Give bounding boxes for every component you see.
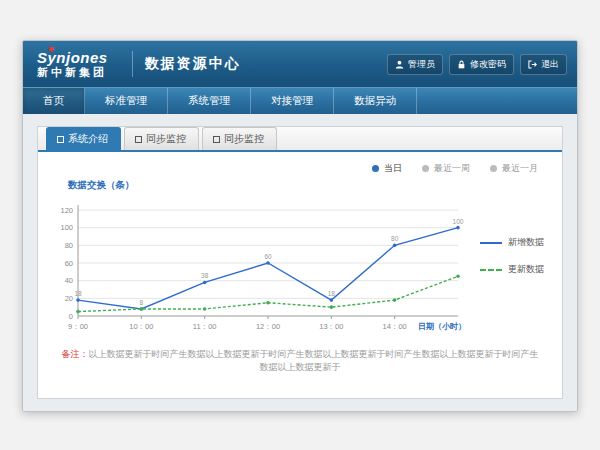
filter-last-month[interactable]: 最近一月 <box>490 162 538 175</box>
main-nav: 首页 标准管理 系统管理 对接管理 数据异动 <box>23 87 577 114</box>
page-background: ✱ Synjones 新中新集团 数据资源中心 管理员 修改密码 <box>0 0 600 450</box>
svg-text:18: 18 <box>74 290 82 297</box>
svg-text:100: 100 <box>453 218 464 225</box>
app-header: ✱ Synjones 新中新集团 数据资源中心 管理员 修改密码 <box>23 41 577 87</box>
filter-label: 当日 <box>384 162 402 175</box>
admin-user-label: 管理员 <box>408 58 435 71</box>
svg-text:60: 60 <box>65 259 73 268</box>
svg-text:14：00: 14：00 <box>383 322 407 331</box>
tab-system-intro[interactable]: 系统介绍 <box>46 127 121 150</box>
svg-text:100: 100 <box>60 223 73 232</box>
content-area: 系统介绍 同步监控 同步监控 当日 <box>23 114 577 411</box>
tab-icon <box>135 136 142 143</box>
svg-text:11：00: 11：00 <box>193 322 217 331</box>
series-legend: 新增数据 更新数据 <box>480 236 544 276</box>
svg-text:8: 8 <box>140 299 144 306</box>
tab-label: 同步监控 <box>146 132 186 146</box>
tab-label: 系统介绍 <box>68 132 108 146</box>
logo-accent-mark: ✱ <box>48 46 55 55</box>
nav-item-system-mgmt[interactable]: 系统管理 <box>168 88 251 114</box>
time-range-filters: 当日 最近一周 最近一月 <box>48 162 552 175</box>
company-logo: ✱ Synjones 新中新集团 <box>37 50 120 79</box>
series-label: 新增数据 <box>508 236 544 249</box>
filter-today[interactable]: 当日 <box>372 162 402 175</box>
svg-text:60: 60 <box>264 253 272 260</box>
legend-dot <box>490 165 497 172</box>
chart-row: 0204060801001209：0010：0011：0012：0013：001… <box>48 194 552 334</box>
line-chart: 0204060801001209：0010：0011：0012：0013：001… <box>48 194 468 334</box>
legend-dot <box>372 165 379 172</box>
header-divider <box>132 51 133 77</box>
svg-text:40: 40 <box>65 276 73 285</box>
svg-text:13：00: 13：00 <box>319 322 343 331</box>
legend-new-data: 新增数据 <box>480 236 544 249</box>
legend-dot <box>422 165 429 172</box>
y-axis-title: 数据交换（条） <box>68 179 552 192</box>
note-prefix: 备注： <box>62 349 89 359</box>
svg-text:10：00: 10：00 <box>129 322 153 331</box>
series-line-dashed <box>480 269 502 271</box>
logout-icon <box>528 60 537 69</box>
legend-updated-data: 更新数据 <box>480 263 544 276</box>
app-title: 数据资源中心 <box>145 55 241 73</box>
nav-item-standard-mgmt[interactable]: 标准管理 <box>85 88 168 114</box>
svg-text:18: 18 <box>328 290 336 297</box>
filter-last-week[interactable]: 最近一周 <box>422 162 470 175</box>
svg-text:120: 120 <box>60 206 73 215</box>
chart-section: 当日 最近一周 最近一月 数据交换（条） 0204060801 <box>38 152 562 334</box>
svg-text:日期（小时）: 日期（小时） <box>418 322 466 331</box>
series-line-solid <box>480 242 502 244</box>
change-password-button[interactable]: 修改密码 <box>449 54 514 75</box>
tab-sync-monitor-1[interactable]: 同步监控 <box>124 127 199 150</box>
svg-text:20: 20 <box>65 294 73 303</box>
nav-item-home[interactable]: 首页 <box>23 88 85 114</box>
svg-text:38: 38 <box>201 272 209 279</box>
lock-icon <box>457 60 466 69</box>
nav-item-interface-mgmt[interactable]: 对接管理 <box>251 88 334 114</box>
filter-label: 最近一月 <box>502 162 538 175</box>
change-password-label: 修改密码 <box>470 58 506 71</box>
nav-item-data-change[interactable]: 数据异动 <box>334 88 417 114</box>
series-label: 更新数据 <box>508 263 544 276</box>
logout-button[interactable]: 退出 <box>520 54 567 75</box>
logout-label: 退出 <box>541 58 559 71</box>
tab-sync-monitor-2[interactable]: 同步监控 <box>202 127 277 150</box>
tab-icon <box>213 136 220 143</box>
svg-text:80: 80 <box>65 241 73 250</box>
user-icon <box>395 60 404 69</box>
tab-icon <box>57 136 64 143</box>
svg-text:80: 80 <box>391 235 399 242</box>
filter-label: 最近一周 <box>434 162 470 175</box>
svg-text:12：00: 12：00 <box>256 322 280 331</box>
footnote: 备注：以上数据更新于时间产生数据以上数据更新于时间产生数据以上数据更新于时间产生… <box>58 340 542 374</box>
admin-user-button[interactable]: 管理员 <box>387 54 443 75</box>
company-name: 新中新集团 <box>37 66 108 78</box>
svg-text:9：00: 9：00 <box>68 322 88 331</box>
svg-text:0: 0 <box>69 312 73 321</box>
tab-label: 同步监控 <box>224 132 264 146</box>
content-card: 系统介绍 同步监控 同步监控 当日 <box>37 126 563 399</box>
app-window: ✱ Synjones 新中新集团 数据资源中心 管理员 修改密码 <box>22 40 578 412</box>
tab-bar: 系统介绍 同步监控 同步监控 <box>38 127 562 152</box>
note-text: 以上数据更新于时间产生数据以上数据更新于时间产生数据以上数据更新于时间产生数据以… <box>89 349 539 372</box>
